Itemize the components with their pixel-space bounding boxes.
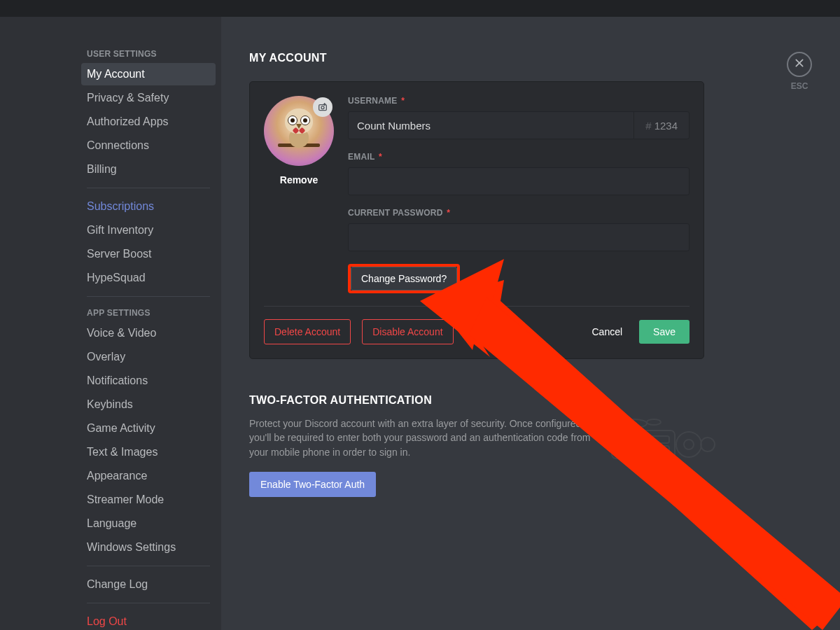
username-row: #1234 — [348, 111, 690, 139]
svg-point-12 — [701, 438, 715, 451]
sidebar-item-label: Privacy & Safety — [87, 92, 169, 104]
svg-rect-5 — [323, 104, 326, 104]
sidebar-divider — [87, 566, 210, 566]
email-label: EMAIL * — [348, 152, 690, 162]
disable-account-button[interactable]: Disable Account — [362, 319, 453, 344]
sidebar-gutter — [0, 17, 76, 630]
sidebar-item-label: Text & Images — [87, 446, 158, 458]
sidebar-item-connections[interactable]: Connections — [81, 134, 216, 157]
sidebar-item-server-boost[interactable]: Server Boost — [81, 243, 216, 265]
sidebar-item-billing[interactable]: Billing — [81, 158, 216, 181]
sidebar-item-label: HypeSquad — [87, 272, 146, 284]
window-titlebar — [0, 0, 840, 17]
sidebar-item-my-account[interactable]: My Account — [81, 63, 216, 85]
two-factor-section: TWO-FACTOR AUTHENTICATION Protect your D… — [249, 394, 704, 497]
required-indicator: * — [447, 208, 450, 218]
two-factor-title: TWO-FACTOR AUTHENTICATION — [249, 394, 704, 407]
svg-point-14 — [647, 419, 661, 425]
save-button[interactable]: Save — [639, 320, 690, 344]
svg-rect-2 — [319, 105, 327, 111]
sidebar-item-authorized-apps[interactable]: Authorized Apps — [81, 111, 216, 133]
two-factor-description: Protect your Discord account with an ext… — [249, 416, 599, 459]
sidebar-item-label: Game Activity — [87, 422, 155, 434]
username-input[interactable] — [349, 112, 634, 139]
sidebar-item-label: Notifications — [87, 374, 148, 386]
sidebar-divider — [87, 603, 210, 603]
sidebar-item-privacy[interactable]: Privacy & Safety — [81, 87, 216, 109]
svg-rect-6 — [612, 430, 675, 458]
settings-content: ESC MY ACCOUNT — [221, 17, 840, 630]
sidebar-item-gift-inventory[interactable]: Gift Inventory — [81, 219, 216, 241]
sidebar-item-label: Windows Settings — [87, 541, 176, 553]
close-icon — [794, 57, 805, 71]
delete-account-button[interactable]: Delete Account — [264, 319, 351, 344]
sidebar-item-label: Billing — [87, 163, 117, 175]
sidebar-item-language[interactable]: Language — [81, 512, 216, 535]
change-password-button[interactable]: Change Password? — [351, 267, 457, 290]
svg-rect-9 — [641, 446, 669, 453]
sidebar-item-label: My Account — [87, 68, 145, 80]
svg-point-11 — [684, 440, 694, 449]
current-password-input[interactable] — [348, 223, 690, 251]
svg-rect-7 — [620, 436, 637, 453]
sidebar-divider — [87, 188, 210, 188]
discriminator-value: 1234 — [654, 120, 678, 132]
esc-label: ESC — [787, 81, 812, 91]
sidebar-item-voice-video[interactable]: Voice & Video — [81, 322, 216, 344]
svg-point-13 — [622, 419, 647, 428]
sidebar-item-label: Streamer Mode — [87, 493, 164, 505]
page-title: MY ACCOUNT — [249, 52, 812, 64]
required-indicator: * — [401, 96, 405, 106]
sidebar-item-label: Authorized Apps — [87, 115, 169, 127]
sidebar-header-user: USER SETTINGS — [81, 45, 216, 63]
discriminator: #1234 — [634, 112, 689, 139]
sidebar-item-notifications[interactable]: Notifications — [81, 370, 216, 392]
username-label: USERNAME * — [348, 96, 690, 106]
sidebar-item-windows-settings[interactable]: Windows Settings — [81, 536, 216, 559]
hash-icon: # — [645, 120, 651, 132]
sidebar-item-change-log[interactable]: Change Log — [81, 573, 216, 596]
password-label: CURRENT PASSWORD * — [348, 208, 690, 218]
remove-avatar-link[interactable]: Remove — [264, 174, 334, 186]
close-settings: ESC — [787, 52, 812, 91]
sidebar-item-keybinds[interactable]: Keybinds — [81, 393, 216, 416]
sidebar-item-overlay[interactable]: Overlay — [81, 346, 216, 368]
sidebar-item-label: Voice & Video — [87, 327, 156, 339]
annotation-highlight: Change Password? — [348, 264, 460, 293]
enable-two-factor-button[interactable]: Enable Two-Factor Auth — [249, 472, 376, 497]
sidebar-item-appearance[interactable]: Appearance — [81, 465, 216, 487]
sidebar-divider — [87, 296, 210, 297]
sidebar-item-label: Connections — [87, 139, 149, 151]
sidebar-item-label: Keybinds — [87, 398, 133, 410]
sidebar-item-streamer-mode[interactable]: Streamer Mode — [81, 489, 216, 511]
svg-point-10 — [676, 432, 701, 457]
sidebar-item-label: Appearance — [87, 470, 147, 482]
sidebar-item-text-images[interactable]: Text & Images — [81, 441, 216, 463]
sidebar-item-label: Log Out — [87, 615, 127, 627]
account-card: Remove USERNAME * #1234 EMAIL * CURRENT — [249, 81, 704, 359]
sidebar-item-label: Overlay — [87, 351, 125, 363]
required-indicator: * — [379, 152, 382, 162]
avatar-upload[interactable] — [264, 96, 334, 166]
sidebar-item-log-out[interactable]: Log Out — [81, 610, 216, 630]
sidebar-item-label: Subscriptions — [87, 200, 154, 212]
lock-illustration-icon — [599, 415, 718, 464]
sidebar-item-hypesquad[interactable]: HypeSquad — [81, 267, 216, 289]
email-input[interactable] — [348, 167, 690, 195]
sidebar-item-label: Gift Inventory — [87, 224, 153, 236]
sidebar-item-label: Change Log — [87, 578, 148, 590]
upload-image-icon — [313, 97, 332, 117]
sidebar-item-subscriptions[interactable]: Subscriptions — [81, 195, 216, 218]
svg-rect-8 — [641, 436, 669, 443]
cancel-button[interactable]: Cancel — [582, 320, 632, 344]
settings-sidebar: USER SETTINGS My Account Privacy & Safet… — [76, 17, 221, 630]
close-button[interactable] — [787, 52, 812, 77]
svg-point-3 — [321, 106, 324, 109]
sidebar-item-label: Language — [87, 517, 136, 529]
sidebar-item-game-activity[interactable]: Game Activity — [81, 417, 216, 440]
card-divider — [264, 306, 690, 307]
sidebar-header-app: APP SETTINGS — [81, 304, 216, 322]
sidebar-item-label: Server Boost — [87, 248, 151, 260]
